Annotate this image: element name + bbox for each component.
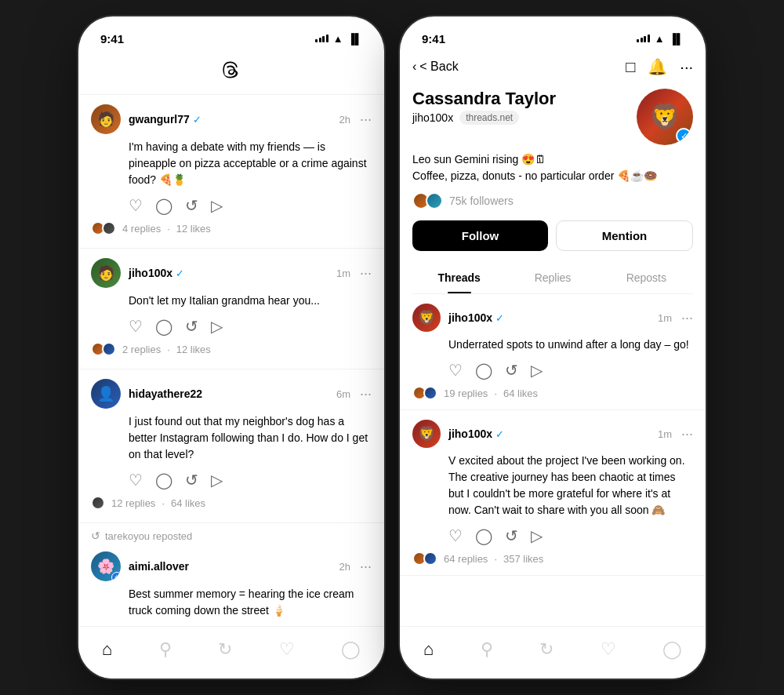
more-options-icon[interactable]: ···: [680, 58, 693, 76]
reply-avatars: [412, 386, 437, 400]
share-icon[interactable]: ▷: [531, 361, 543, 380]
follower-count: 75k followers: [449, 195, 514, 207]
nav-activity[interactable]: ♡: [267, 636, 307, 663]
post-username: gwangurl77: [129, 113, 190, 126]
comment-icon[interactable]: ◯: [155, 317, 172, 336]
share-icon[interactable]: ▷: [211, 317, 223, 336]
repost-icon[interactable]: ↺: [505, 526, 518, 545]
verified-icon: ✓: [495, 312, 504, 324]
avatar: 👤: [91, 379, 121, 409]
post-item: 🧑 gwangurl77 ✓ 2h ··· I'm having a debat…: [78, 95, 384, 249]
like-icon[interactable]: ♡: [448, 526, 463, 545]
bottom-nav-left: ⌂ ⚲ ↻ ♡ ◯: [78, 626, 384, 679]
post-body: I'm having a debate with my friends — is…: [91, 139, 372, 188]
reply-avatar: [423, 551, 437, 566]
follow-button[interactable]: Follow: [412, 220, 548, 251]
wifi-icon: ▲: [333, 33, 343, 45]
wifi-icon: ▲: [655, 33, 665, 45]
post-user-row: aimi.allover 2h ···: [129, 559, 372, 575]
threads-logo: [219, 57, 244, 88]
post-replies: 12 replies: [111, 497, 155, 509]
post-time: 2h: [339, 561, 350, 573]
post-header: 👤 hidayathere22 6m ···: [91, 379, 372, 409]
tab-threads[interactable]: Threads: [412, 262, 506, 293]
post-time: 1m: [658, 428, 672, 440]
post-username: jiho100x: [448, 311, 492, 324]
nav-compose[interactable]: ↻: [527, 636, 566, 663]
post-actions: ♡ ◯ ↺ ▷: [412, 526, 693, 545]
comment-icon[interactable]: ◯: [155, 471, 172, 489]
post-user-row: hidayathere22 6m ···: [129, 386, 372, 402]
post-replies: 19 replies: [444, 388, 488, 399]
more-icon[interactable]: ···: [360, 265, 372, 282]
post-actions: ♡ ◯ ↺ ▷: [91, 317, 372, 336]
notifications-icon[interactable]: 🔔: [648, 57, 667, 76]
post-meta: jiho100x ✓ 1m ···: [448, 310, 693, 326]
battery-icon: ▐▌: [348, 33, 362, 45]
post-body: Underrated spots to unwind after a long …: [412, 337, 693, 353]
profile-nav: ‹ < Back □ 🔔 ···: [400, 51, 706, 82]
profile-post-header: 🦁 jiho100x ✓ 1m ···: [412, 420, 693, 448]
like-icon[interactable]: ♡: [448, 361, 463, 380]
profile-posts: 🦁 jiho100x ✓ 1m ··· Underrated spots to …: [400, 294, 706, 576]
reply-avatars: [412, 551, 437, 566]
repost-icon[interactable]: ↺: [185, 471, 198, 489]
phones-container: 9:41 ▲ ▐▌: [78, 16, 706, 679]
post-replies: 4 replies: [122, 223, 161, 235]
post-username: hidayathere22: [129, 388, 202, 400]
more-icon[interactable]: ···: [360, 559, 372, 575]
nav-profile[interactable]: ◯: [650, 636, 695, 663]
post-user-row: jiho100x ✓ 1m ···: [129, 265, 372, 282]
post-username: aimi.allover: [129, 560, 189, 573]
repost-icon[interactable]: ↺: [185, 317, 198, 336]
post-stats: 4 replies · 12 likes: [91, 221, 372, 238]
like-icon[interactable]: ♡: [129, 317, 143, 336]
profile-top: Cassandra Taylor jiho100x threads.net 🦁 …: [412, 89, 693, 145]
repost-icon[interactable]: ↺: [505, 361, 518, 380]
nav-activity[interactable]: ♡: [588, 636, 629, 663]
mention-button[interactable]: Mention: [556, 220, 693, 251]
nav-compose[interactable]: ↻: [205, 636, 245, 663]
profile-phone: 9:41 ▲ ▐▌ ‹ < Back □ 🔔 ···: [400, 16, 706, 679]
verified-icon: ✓: [176, 267, 184, 279]
tab-replies[interactable]: Replies: [506, 262, 599, 293]
share-icon[interactable]: ▷: [211, 471, 223, 489]
back-label: < Back: [419, 60, 458, 74]
post-meta: aimi.allover 2h ···: [129, 559, 372, 575]
post-likes: 12 likes: [176, 344, 211, 355]
post-likes: 357 likes: [503, 553, 543, 565]
post-actions: ♡ ◯ ↺ ▷: [91, 471, 372, 489]
more-icon[interactable]: ···: [681, 310, 693, 326]
post-body: V excited about the project I've been wo…: [412, 453, 693, 519]
profile-handle: jiho100x: [412, 111, 453, 124]
post-meta: jiho100x ✓ 1m ···: [448, 426, 693, 442]
nav-profile[interactable]: ◯: [328, 636, 373, 663]
more-icon[interactable]: ···: [681, 426, 693, 442]
avatar: 🌸 +: [91, 551, 121, 581]
post-body: Best summer memory = hearing the ice cre…: [91, 586, 372, 619]
post-stats: 19 replies · 64 likes: [412, 386, 693, 400]
like-icon[interactable]: ♡: [129, 471, 143, 489]
nav-home[interactable]: ⌂: [411, 636, 446, 663]
back-button[interactable]: ‹ < Back: [412, 60, 459, 74]
nav-search[interactable]: ⚲: [147, 636, 184, 663]
instagram-icon[interactable]: □: [626, 58, 635, 76]
feed-content: 🧑 gwangurl77 ✓ 2h ··· I'm having a debat…: [78, 95, 384, 626]
like-icon[interactable]: ♡: [129, 196, 143, 215]
follower-avatar: [426, 192, 443, 209]
post-time: 1m: [658, 312, 672, 324]
comment-icon[interactable]: ◯: [475, 526, 492, 545]
nav-home[interactable]: ⌂: [89, 636, 125, 663]
more-icon[interactable]: ···: [360, 111, 372, 128]
bio-line2: Coffee, pizza, donuts - no particular or…: [412, 168, 693, 184]
tab-reposts[interactable]: Reposts: [600, 262, 693, 293]
share-icon[interactable]: ▷: [531, 526, 543, 545]
share-icon[interactable]: ▷: [211, 196, 223, 215]
comment-icon[interactable]: ◯: [155, 196, 172, 215]
nav-search[interactable]: ⚲: [468, 636, 506, 663]
post-item: 🌸 + aimi.allover 2h ··· Best summer memo…: [78, 542, 384, 626]
more-icon[interactable]: ···: [360, 386, 372, 402]
comment-icon[interactable]: ◯: [475, 361, 492, 380]
avatar: 🧑: [91, 258, 121, 288]
repost-icon[interactable]: ↺: [185, 196, 198, 215]
